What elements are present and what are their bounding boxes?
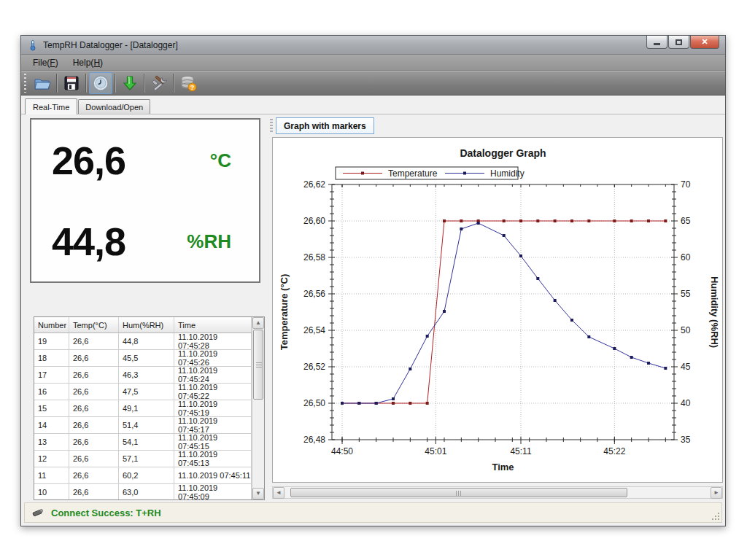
table-row[interactable]: 1026,663,011.10.2019 07:45:09 (34, 484, 252, 499)
scroll-up-arrow-icon[interactable]: ▲ (252, 317, 264, 329)
x-axis-tick-label: 45:22 (603, 446, 625, 456)
tab-download-open[interactable]: Download/Open (78, 99, 150, 114)
table-cell: 11.10.2019 07:45:13 (174, 451, 252, 467)
temperature-value: 26,6 (52, 138, 125, 183)
right-axis-tick-label: 50 (681, 325, 691, 335)
table-row[interactable]: 1126,660,211.10.2019 07:45:11 (34, 467, 252, 484)
left-axis-tick-label: 26,52 (303, 362, 325, 372)
left-axis-tick-label: 26,60 (303, 216, 325, 226)
table-cell: 11.10.2019 07:45:26 (174, 350, 252, 366)
table-row[interactable]: 1826,645,511.10.2019 07:45:26 (34, 350, 252, 367)
save-icon (63, 74, 80, 92)
table-row[interactable]: 1326,654,111.10.2019 07:45:15 (34, 434, 252, 451)
table-cell: 17 (34, 367, 69, 383)
menu-bar: File(F) Help(H) (21, 55, 725, 71)
table-row[interactable]: 1226,657,111.10.2019 07:45:13 (34, 451, 252, 467)
table-cell: 11.10.2019 07:45:28 (174, 333, 252, 349)
column-header[interactable]: Number (34, 317, 69, 332)
right-axis-tick-label: 60 (681, 252, 691, 262)
toolbar-grip[interactable] (23, 74, 28, 93)
left-axis-tick-label: 26,50 (303, 398, 325, 408)
table-cell: 11.10.2019 07:45:15 (174, 434, 252, 450)
open-folder-icon (34, 74, 51, 92)
table-scrollbar-thumb[interactable] (253, 330, 263, 400)
table-cell: 11.10.2019 07:45:17 (174, 417, 252, 433)
chart-horizontal-scrollbar[interactable]: ◄ ► (272, 486, 723, 499)
download-icon (121, 74, 139, 92)
toolbar-separator (144, 74, 145, 93)
table-cell: 54,1 (119, 434, 174, 450)
table-cell: 63,0 (119, 484, 174, 499)
table-cell: 10 (34, 484, 69, 499)
table-row[interactable]: 1426,651,411.10.2019 07:45:17 (34, 417, 252, 434)
table-vertical-scrollbar[interactable]: ▲ ▼ (252, 317, 264, 499)
table-row[interactable]: 1926,644,811.10.2019 07:45:28 (34, 333, 252, 350)
table-cell: 26,6 (69, 333, 119, 349)
column-header[interactable]: Time (174, 317, 252, 332)
resize-grip[interactable] (711, 511, 720, 521)
table-row[interactable]: 1626,647,511.10.2019 07:45:22 (34, 384, 252, 400)
settings-tools-icon (150, 74, 168, 92)
toolbar-separator (173, 74, 174, 93)
close-button[interactable]: ✕ (690, 36, 719, 49)
minimize-button[interactable] (646, 36, 667, 49)
table-cell: 11.10.2019 07:45:24 (174, 367, 252, 383)
right-axis-tick-label: 35 (681, 435, 691, 445)
table-cell: 26,6 (69, 384, 119, 400)
column-header[interactable]: Hum(%RH) (119, 317, 174, 332)
graph-toolstrip-grip[interactable] (270, 119, 273, 133)
table-row[interactable]: 1726,646,311.10.2019 07:45:24 (34, 367, 252, 384)
measurement-table: NumberTemp(°C)Hum(%RH)Time 1926,644,811.… (34, 316, 265, 500)
realtime-button[interactable] (89, 72, 112, 94)
app-window: TempRH Datalogger - [Datalogger] ✕ File(… (20, 35, 726, 526)
right-axis-tick-label: 70 (681, 179, 691, 190)
humidity-unit: %RH (187, 230, 231, 252)
humidity-value: 44,8 (52, 219, 125, 264)
graph-with-markers-button[interactable]: Graph with markers (276, 117, 374, 134)
settings-button[interactable] (147, 72, 171, 94)
table-header-row: NumberTemp(°C)Hum(%RH)Time (34, 317, 252, 333)
maximize-button[interactable] (668, 36, 689, 49)
right-axis-tick-label: 40 (681, 398, 691, 408)
table-cell: 11.10.2019 07:45:22 (174, 384, 252, 400)
scroll-left-arrow-icon[interactable]: ◄ (273, 487, 285, 499)
right-axis-tick-label: 55 (681, 289, 691, 299)
chart-scrollbar-thumb[interactable] (290, 488, 627, 497)
realtime-readout-panel: 26,6 °C 44,8 %RH (30, 118, 260, 283)
x-axis-tick-label: 45:11 (510, 446, 531, 456)
chart-canvas: 26,483526,504026,524526,545026,565526,58… (273, 138, 722, 482)
save-button[interactable] (60, 72, 83, 94)
left-axis-tick-label: 26,62 (303, 179, 325, 190)
table-cell: 11 (34, 467, 69, 483)
database-help-button[interactable]: ? (177, 72, 200, 94)
legend: TemperatureHumidity (336, 167, 525, 179)
maximize-icon (676, 39, 682, 45)
title-bar[interactable]: TempRH Datalogger - [Datalogger] ✕ (21, 36, 725, 55)
menu-help[interactable]: Help(H) (66, 55, 110, 70)
table-row[interactable]: 1526,649,111.10.2019 07:45:19 (34, 400, 252, 417)
table-cell: 19 (34, 333, 69, 349)
table-cell: 14 (34, 417, 69, 433)
right-axis-tick-label: 45 (681, 362, 691, 372)
chart-title: Datalogger Graph (460, 147, 546, 159)
table-cell: 26,6 (69, 451, 119, 467)
table-cell: 16 (34, 384, 69, 400)
toolbar-separator (115, 74, 116, 93)
scroll-right-arrow-icon[interactable]: ► (711, 487, 722, 499)
x-axis-tick-label: 44:50 (331, 446, 353, 456)
table-cell: 51,4 (119, 417, 174, 433)
toolbar-separator (85, 74, 87, 93)
scroll-down-arrow-icon[interactable]: ▼ (252, 488, 264, 499)
toolbar-separator (56, 74, 58, 93)
table-cell: 11.10.2019 07:45:19 (174, 400, 252, 416)
status-bar: Connect Success: T+RH (24, 502, 722, 523)
open-file-button[interactable] (31, 72, 54, 94)
column-header[interactable]: Temp(°C) (69, 317, 119, 332)
main-content: 26,6 °C 44,8 %RH NumberTemp(°C)Hum(%RH)T… (21, 114, 725, 499)
left-axis-tick-label: 26,58 (303, 252, 325, 262)
table-cell: 26,6 (69, 367, 119, 383)
menu-file[interactable]: File(F) (26, 55, 66, 70)
tab-real-time[interactable]: Real-Time (25, 98, 77, 114)
download-button[interactable] (118, 72, 142, 94)
table-cell: 26,6 (69, 400, 119, 416)
